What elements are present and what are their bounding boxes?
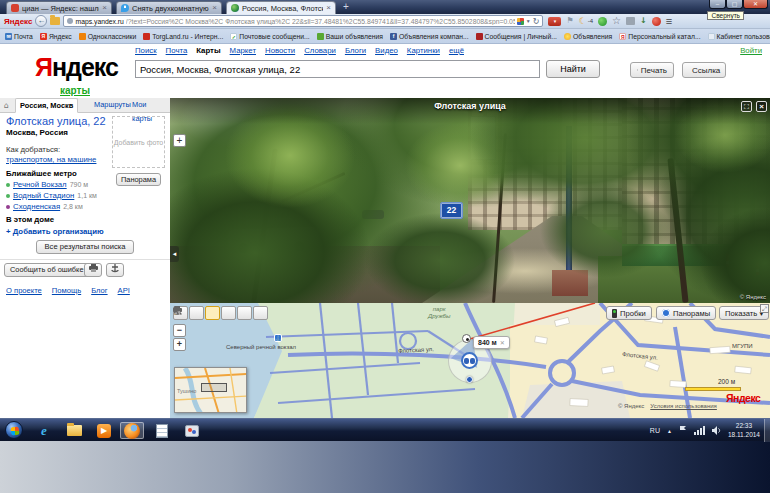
start-button[interactable] xyxy=(5,421,23,439)
bookmark-item[interactable]: fОбъявления компан... xyxy=(390,33,469,40)
find-button[interactable]: Найти xyxy=(546,60,600,78)
add-photo-box[interactable]: Добавить фото xyxy=(112,116,165,168)
ruler-tool-button[interactable] xyxy=(205,306,220,320)
nav-poisk[interactable]: Поиск xyxy=(135,46,157,55)
report-error-button[interactable]: Сообщить об ошибке xyxy=(4,263,90,277)
pocket-icon[interactable] xyxy=(626,17,635,25)
taskbar-notepad[interactable] xyxy=(150,422,174,439)
action-center-flag-icon[interactable] xyxy=(679,426,687,435)
panorama-rotate-left-button[interactable]: ◂ xyxy=(170,246,179,262)
result-title-link[interactable]: Флотская улица, 22 xyxy=(6,115,106,127)
edit-markers-tool-button[interactable] xyxy=(221,306,236,320)
url-dropdown-icon[interactable]: ▼ xyxy=(526,18,531,24)
search-input[interactable] xyxy=(135,60,540,78)
url-bar[interactable]: maps.yandex.ru /?text=Россия%2C Москва%2… xyxy=(63,15,543,27)
elements-extension-icon[interactable] xyxy=(517,18,524,25)
print-tool-button[interactable] xyxy=(237,306,252,320)
close-button[interactable]: ✕ xyxy=(743,0,768,9)
back-button[interactable]: ← xyxy=(35,15,47,27)
all-results-button[interactable]: Все результаты поиска xyxy=(36,240,134,254)
taskbar-firefox-active[interactable] xyxy=(120,422,144,439)
home-icon[interactable]: ⌂ xyxy=(4,101,9,110)
show-desktop-button[interactable] xyxy=(764,419,770,442)
reload-icon[interactable]: ↻ xyxy=(533,17,540,26)
extension-red-icon[interactable]: ▾ xyxy=(548,17,561,26)
bookmark-star-icon[interactable]: ☆ xyxy=(612,16,621,26)
tab-cian[interactable]: циан — Яндекс: нашлось ... × xyxy=(6,1,112,14)
library-icon[interactable] xyxy=(50,17,60,25)
sidebar-tab-mymaps[interactable]: Мои карты xyxy=(128,98,170,113)
select-tool-button[interactable] xyxy=(253,306,268,320)
zoom-area-tool-button[interactable] xyxy=(189,306,204,320)
street-panorama[interactable]: 22 Флотская улица ⛶ × + ◂ © Яндекс xyxy=(170,98,770,303)
taskbar-clock[interactable]: 22:33 18.11.2014 xyxy=(728,422,760,439)
link-button[interactable]: Ссылка xyxy=(682,62,726,78)
panorama-button[interactable]: Панорама xyxy=(116,173,161,186)
nav-video[interactable]: Видео xyxy=(375,46,398,55)
print-small-button[interactable] xyxy=(84,263,102,277)
metro-item[interactable]: Речной Вокзал790 м xyxy=(6,180,88,189)
tab-rent[interactable]: Снять двухкомнатную ква... × xyxy=(116,1,222,14)
overview-minimap[interactable]: Тушино xyxy=(174,367,247,413)
flag-extension-icon[interactable]: ⚑ xyxy=(566,17,573,25)
taskbar-paint[interactable] xyxy=(180,422,204,439)
site-identity-icon[interactable] xyxy=(67,18,73,24)
directions-links[interactable]: транспортом, на машине xyxy=(6,155,96,164)
new-tab-button[interactable]: + xyxy=(338,2,354,13)
language-indicator[interactable]: RU xyxy=(650,427,660,434)
yandex-logo[interactable]: Яндекс xyxy=(35,53,118,82)
nav-pochta[interactable]: Почта xyxy=(166,46,188,55)
adblock-extension-icon[interactable] xyxy=(652,17,661,26)
bookmark-item[interactable]: Сообщения | Личный... xyxy=(476,33,557,40)
panorama-zoom-in-button[interactable]: + xyxy=(173,134,186,147)
bookmark-item[interactable]: ЯЯндекс xyxy=(40,33,72,40)
panorama-viewpoint-marker[interactable] xyxy=(461,352,478,369)
nav-blogi[interactable]: Блоги xyxy=(345,46,366,55)
tab-close-icon[interactable]: × xyxy=(326,4,331,12)
nav-novosti[interactable]: Новости xyxy=(265,46,295,55)
api-link[interactable]: API xyxy=(118,286,130,295)
add-organization-link[interactable]: + Добавить организацию xyxy=(6,227,104,236)
bookmark-item[interactable]: Одноклассники xyxy=(79,33,137,40)
bookmark-item[interactable]: Кабинет пользовател... xyxy=(708,33,770,40)
map-expand-icon[interactable]: ⤢ xyxy=(760,304,769,313)
map-zoom-out-button[interactable]: − xyxy=(173,324,186,337)
ruler-endpoint[interactable] xyxy=(462,334,471,343)
hidden-icons-chevron[interactable]: ▲ xyxy=(667,428,672,434)
bookmark-item[interactable]: Объявления xyxy=(564,33,612,40)
taskbar-explorer[interactable] xyxy=(62,422,86,439)
nav-slovari[interactable]: Словари xyxy=(304,46,336,55)
tab-yandex-maps[interactable]: Россия, Москва, Флотская... × xyxy=(226,1,336,14)
minimize-button[interactable]: ‒ xyxy=(709,0,726,9)
about-link[interactable]: О проекте xyxy=(6,286,42,295)
downloads-icon[interactable]: ↓ xyxy=(640,17,647,25)
menu-icon[interactable]: ≡ xyxy=(666,16,672,27)
maximize-button[interactable]: ▢ xyxy=(726,0,743,9)
fullscreen-icon[interactable]: ⛶ xyxy=(741,101,752,112)
network-icon[interactable] xyxy=(694,426,705,435)
print-button[interactable]: Печать xyxy=(630,62,674,78)
bookmark-item[interactable]: ✓Почтовые сообщени... xyxy=(230,33,309,40)
sidebar-tab-results[interactable]: Россия, Москв xyxy=(15,98,78,113)
bookmark-item[interactable]: ЯПерсональный катал... xyxy=(619,33,700,40)
panoramas-button[interactable]: Панорамы xyxy=(656,306,716,320)
tab-close-icon[interactable]: × xyxy=(102,4,107,12)
traffic-button[interactable]: Пробки xyxy=(606,306,652,320)
nav-more[interactable]: ещё xyxy=(449,46,464,55)
panorama-close-icon[interactable]: × xyxy=(756,101,767,112)
yandex-toolbar-button[interactable]: Яндекс xyxy=(4,17,32,26)
login-link[interactable]: Войти xyxy=(740,46,762,55)
nav-kartinki[interactable]: Картинки xyxy=(407,46,440,55)
taskbar-ie[interactable]: e xyxy=(32,422,56,439)
nav-karty[interactable]: Карты xyxy=(196,46,220,55)
ruler-measurement-tooltip[interactable]: 840 м✕ xyxy=(473,336,510,349)
bookmark-item[interactable]: TorgLand.ru - Интерн... xyxy=(143,33,223,40)
nav-market[interactable]: Маркет xyxy=(230,46,256,55)
link-small-button[interactable] xyxy=(106,263,124,277)
speaker-icon[interactable] xyxy=(712,426,721,435)
terms-link[interactable]: Условия использования xyxy=(650,403,717,409)
bookmark-item[interactable]: ✉Почта xyxy=(5,33,33,40)
adguard-extension-icon[interactable] xyxy=(598,17,607,26)
map-zoom-in-button[interactable]: + xyxy=(173,338,186,351)
maps-logo-link[interactable]: карты xyxy=(60,85,90,96)
